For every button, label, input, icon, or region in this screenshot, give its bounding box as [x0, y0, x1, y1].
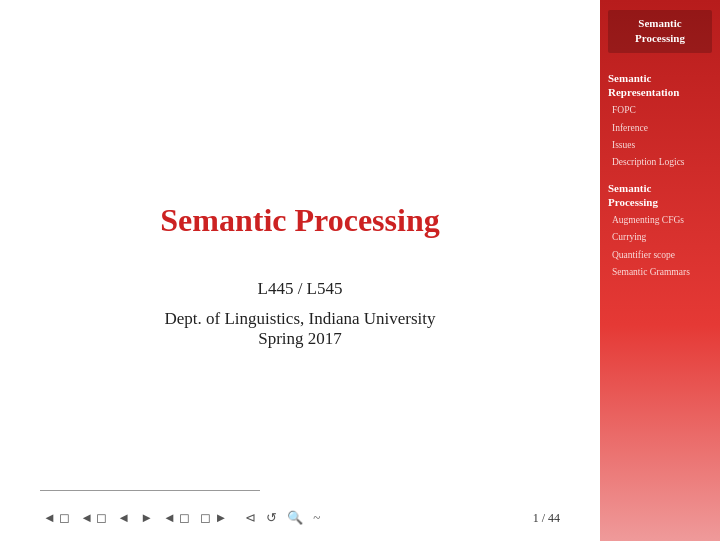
slide-subtitle: L445 / L545	[258, 279, 343, 299]
nav-next-small[interactable]: ►	[137, 509, 156, 527]
sidebar-section-title-1: SemanticRepresentation	[608, 71, 712, 100]
nav-search-icon[interactable]: 🔍	[284, 509, 306, 527]
nav-next-frame[interactable]: ◻ ►	[197, 509, 230, 527]
sidebar-item-quantifier-scope[interactable]: Quantifier scope	[608, 248, 712, 263]
sidebar-item-currying[interactable]: Currying	[608, 230, 712, 245]
nav-prev-frame[interactable]: ◄ ◻	[160, 509, 193, 527]
nav-align-icon[interactable]: ⊲	[242, 509, 259, 527]
slide-area: Semantic Processing L445 / L545 Dept. of…	[0, 0, 600, 541]
slide-title: Semantic Processing	[160, 202, 439, 239]
slide-footer: ◄ ◻ ◄ ◻ ◄ ► ◄ ◻ ◻ ► ⊲ ↺ 🔍 ~ 1 / 44	[40, 490, 560, 531]
nav-bar: ◄ ◻ ◄ ◻ ◄ ► ◄ ◻ ◻ ► ⊲ ↺ 🔍 ~ 1 / 44	[40, 503, 560, 531]
sidebar-item-description-logics[interactable]: Description Logics	[608, 155, 712, 170]
sidebar-section-title-2: SemanticProcessing	[608, 181, 712, 210]
slide-info-line2: Spring 2017	[258, 329, 342, 349]
nav-refresh-icon[interactable]: ↺	[263, 509, 280, 527]
slide-info-line1: Dept. of Linguistics, Indiana University	[164, 309, 435, 329]
slide-content: Semantic Processing L445 / L545 Dept. of…	[40, 20, 560, 490]
sidebar: Semantic Processing SemanticRepresentati…	[600, 0, 720, 541]
nav-icons: ◄ ◻ ◄ ◻ ◄ ► ◄ ◻ ◻ ► ⊲ ↺ 🔍 ~	[40, 509, 323, 527]
sidebar-header-line2: Processing	[614, 31, 706, 46]
sidebar-header-line1: Semantic	[614, 16, 706, 31]
nav-prev-small[interactable]: ◄	[114, 509, 133, 527]
sidebar-item-fopc[interactable]: FOPC	[608, 103, 712, 118]
nav-extra-icon[interactable]: ~	[310, 509, 323, 527]
nav-prev-icon[interactable]: ◄ ◻	[77, 509, 110, 527]
sidebar-header: Semantic Processing	[608, 10, 712, 53]
sidebar-item-issues[interactable]: Issues	[608, 138, 712, 153]
footer-divider	[40, 490, 260, 491]
page-number: 1 / 44	[533, 511, 560, 526]
nav-first-icon[interactable]: ◄ ◻	[40, 509, 73, 527]
sidebar-item-augmenting-cfgs[interactable]: Augmenting CFGs	[608, 213, 712, 228]
sidebar-item-inference[interactable]: Inference	[608, 121, 712, 136]
sidebar-item-semantic-grammars[interactable]: Semantic Grammars	[608, 265, 712, 280]
